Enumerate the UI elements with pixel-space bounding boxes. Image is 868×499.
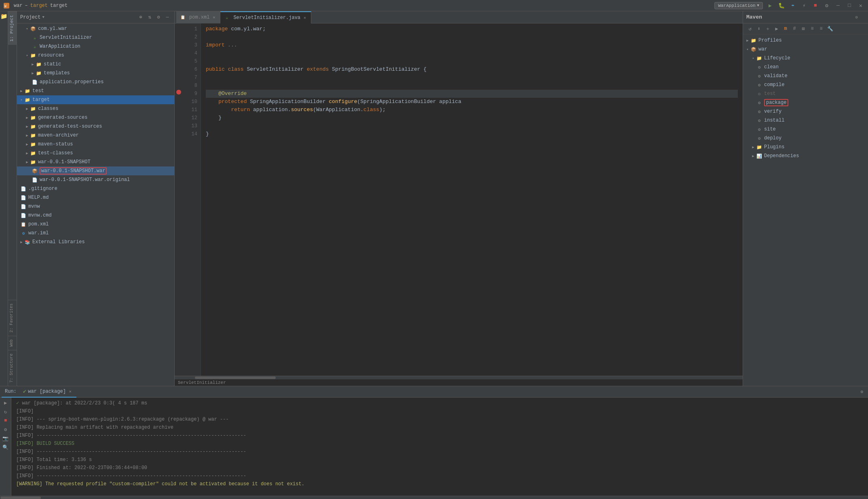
tree-item-war-original[interactable]: 📄 war-0.0.1-SNAPSHOT.war.original [17,175,174,184]
maven-download[interactable]: ⬇ [755,25,762,32]
run-config-selector[interactable]: WarApplication ▼ [714,2,763,9]
tree-item-war-iml[interactable]: ⚙ war.iml [17,229,174,238]
run-tab[interactable]: ✔ war [package] ✕ [20,386,76,398]
tab-servlet-init[interactable]: ☕ ServletInitializer.java ✕ [220,11,311,23]
maven-run[interactable]: ▶ [773,25,780,32]
editor-scrollbar-horiz[interactable] [175,376,743,379]
code-area[interactable]: package com.yl.war; import ... public cl… [201,23,743,376]
tree-item-mvnw[interactable]: 📄 mvnw [17,202,174,211]
sidebar-tab-web[interactable]: Web [8,336,17,350]
settings-button[interactable]: ⚙ [823,2,831,10]
maven-item-profiles[interactable]: ▶ 📁 Profiles [743,36,868,45]
tree-item-external-libraries[interactable]: ▶ 📚 External Libraries [17,238,174,246]
profile-button[interactable]: ⚡ [800,2,808,10]
console-filter-btn[interactable]: 🔍 [2,444,9,451]
sidebar-tab-structure[interactable]: 7: Structure [8,350,17,386]
tree-item-servlet-initializer[interactable]: ☕ ServletInitializer [17,33,174,42]
bottom-tab-tools[interactable]: ⚙ [857,386,866,398]
war-file-icon: 📦 [32,168,38,174]
maven-col1[interactable]: ⊞ [800,25,807,32]
project-icon[interactable]: 📁 [1,13,7,19]
maven-item-site[interactable]: ⚙ site [743,125,868,134]
console-stop-btn[interactable]: ■ [2,417,9,424]
tree-item-maven-archiver[interactable]: ▶ 📁 maven-archiver [17,131,174,140]
tree-item-mvnw-cmd[interactable]: 📄 mvnw.cmd [17,211,174,220]
maven-m[interactable]: m [782,25,789,32]
maven-item-package[interactable]: ⚙ package [743,98,868,107]
close-button[interactable]: ✕ [857,2,865,10]
minimize-button[interactable]: — [834,2,842,10]
iml-icon: ⚙ [20,230,27,236]
tree-item-gitignore[interactable]: 📄 .gitignore [17,184,174,193]
maximize-button[interactable]: □ [845,2,853,10]
label-mvnw: mvnw [28,204,40,209]
debug-button[interactable]: 🐛 [777,2,786,10]
folder-icon-gen-test-src: 📁 [30,123,36,130]
maven-item-install[interactable]: ⚙ install [743,116,868,125]
run-button[interactable]: ▶ [766,2,774,10]
tool-settings[interactable]: ⚙ [155,14,162,21]
code-line-12: } [206,114,738,122]
tab-servlet-close[interactable]: ✕ [302,15,308,21]
run-tab-close[interactable]: ✕ [68,389,73,394]
tab-pom-close[interactable]: ✕ [211,15,217,20]
tree-item-resources[interactable]: ▾ 📁 resources [17,51,174,60]
tool-hide[interactable]: — [164,14,171,21]
coverage-button[interactable]: ☂ [789,2,797,10]
console-run-btn[interactable]: ▶ [2,399,9,406]
project-tree[interactable]: ▾ 📦 com.yl.war ☕ ServletInitializer ☕ Wa… [17,23,174,386]
stop-button[interactable]: ■ [811,2,819,10]
profiles-icon: 📁 [750,37,757,44]
lifecycle-icon: 📁 [756,55,762,61]
maven-item-deploy[interactable]: ⚙ deploy [743,134,868,143]
console-scrollbar-thumb[interactable] [0,497,41,499]
maven-refresh[interactable]: ↺ [746,25,754,32]
tab-pom-xml[interactable]: 📋 pom.xml ✕ [176,11,220,23]
maven-item-lifecycle[interactable]: ▾ 📁 Lifecycle [743,54,868,63]
sidebar-tab-project[interactable]: 1: Project [8,11,17,45]
tree-item-war-snapshot-dir[interactable]: ▶ 📁 war-0.0.1-SNAPSHOT [17,158,174,166]
tree-item-war-application[interactable]: ☕ WarApplication [17,42,174,51]
console-scrollbar[interactable] [0,496,868,499]
maven-hash[interactable]: # [791,25,798,32]
tool-collapse[interactable]: ⇅ [146,14,153,21]
tree-item-templates[interactable]: ▶ 📁 templates [17,69,174,78]
tree-item-maven-status[interactable]: ▶ 📁 maven-status [17,140,174,149]
tree-item-pom-xml[interactable]: 📋 pom.xml [17,220,174,229]
maven-item-compile[interactable]: ⚙ compile [743,80,868,89]
maven-add[interactable]: ＋ [764,25,771,32]
maven-item-war[interactable]: ▾ 📦 war [743,45,868,54]
tree-item-war-snapshot-war[interactable]: 📦 war-0.0.1-SNAPSHOT.war [17,166,174,175]
label-pom-xml: pom.xml [28,221,49,227]
tree-item-static[interactable]: ▶ 📁 static [17,60,174,69]
tree-item-classes[interactable]: ▶ 📁 classes [17,104,174,113]
console-scroll-btn[interactable]: 📷 [2,435,9,442]
sidebar-tab-favorites[interactable]: 2: Favorites [8,300,17,336]
code-space-1 [225,65,228,74]
tool-sync[interactable]: ⊕ [137,14,144,21]
maven-item-validate[interactable]: ⚙ validate [743,72,868,80]
tree-item-generated-sources[interactable]: ▶ 📁 generated-sources [17,113,174,122]
maven-col2[interactable]: ≡ [809,25,816,32]
tree-item-test[interactable]: ▶ 📁 test [17,86,174,95]
maven-item-test[interactable]: ⚙ test [743,89,868,98]
folder-icon-classes: 📁 [30,105,36,112]
maven-settings-btn[interactable]: ⊙ [855,15,858,20]
console-reload-btn[interactable]: ↻ [2,408,9,415]
console-settings-btn[interactable]: ⚙ [2,426,9,433]
tree-item-com-yl-war[interactable]: ▾ 📦 com.yl.war [17,24,174,33]
maven-tree[interactable]: ▶ 📁 Profiles ▾ 📦 war ▾ 📁 Lifecycle ⚙ cle… [743,34,868,386]
maven-item-plugins[interactable]: ▶ 📁 Plugins [743,143,868,152]
maven-item-verify[interactable]: ⚙ verify [743,107,868,116]
console-area[interactable]: ✓ war [package]: at 2022/2/23 0:3( 4 s 1… [11,398,868,496]
tree-item-test-classes[interactable]: ▶ 📁 test-classes [17,149,174,158]
maven-col3[interactable]: ≡ [817,25,825,32]
tree-item-application-properties[interactable]: 📄 application.properties [17,78,174,86]
maven-wrench[interactable]: 🔧 [826,25,834,32]
tree-item-generated-test-sources[interactable]: ▶ 📁 generated-test-sources [17,122,174,131]
tree-item-target[interactable]: ▾ 📁 target [17,95,174,104]
maven-item-dependencies[interactable]: ▶ 📊 Dependencies [743,152,868,160]
console-line-info2: [INFO] --- spring-boot-maven-plugin:2.6.… [16,415,863,423]
tree-item-help-md[interactable]: 📄 HELP.md [17,193,174,202]
maven-item-clean[interactable]: ⚙ clean [743,63,868,72]
